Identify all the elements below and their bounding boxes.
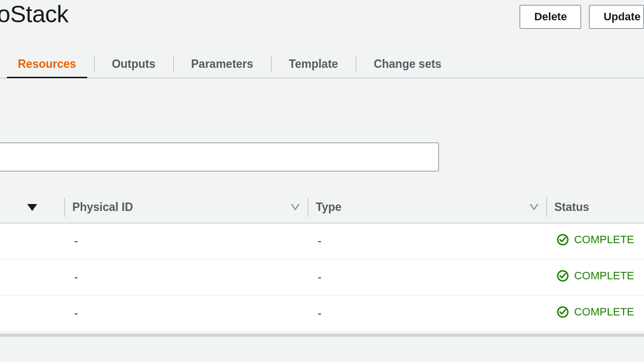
status-complete-icon <box>556 306 569 318</box>
status-complete-icon <box>556 233 569 246</box>
cell-type: - <box>308 223 546 259</box>
sort-icon <box>291 204 300 210</box>
table-header-row: Physical ID Type Status <box>0 192 644 223</box>
resources-table: Physical ID Type Status - - <box>0 191 644 332</box>
table-row: - - COMPLETE <box>0 223 644 259</box>
column-type-label: Type <box>316 201 341 214</box>
cell-physical-id: - <box>64 259 308 296</box>
sort-icon <box>530 204 538 210</box>
panel-gap <box>0 78 644 143</box>
cell-type: - <box>308 296 546 332</box>
header-actions: Delete Update <box>520 0 644 29</box>
cell-blank <box>0 223 64 259</box>
column-physical-id[interactable]: Physical ID <box>64 192 308 223</box>
tab-bar: Resources Outputs Parameters Template Ch… <box>0 51 644 78</box>
sort-desc-icon <box>27 201 37 214</box>
status-label: COMPLETE <box>574 269 634 282</box>
tab-resources[interactable]: Resources <box>0 51 94 78</box>
table-body: - - COMPLETE - - <box>0 223 644 332</box>
column-status[interactable]: Status <box>546 192 644 223</box>
tab-parameters[interactable]: Parameters <box>173 51 271 78</box>
cell-blank <box>0 296 64 332</box>
search-wrap <box>0 143 644 171</box>
tab-template[interactable]: Template <box>271 51 356 78</box>
table-row: - - COMPLETE <box>0 296 644 332</box>
column-sort[interactable] <box>0 192 64 223</box>
cell-type: - <box>308 259 546 296</box>
page-title: dioStack <box>0 0 68 29</box>
table-bottom-divider <box>0 334 644 337</box>
cell-blank <box>0 259 64 296</box>
table-row: - - COMPLETE <box>0 259 644 296</box>
column-type[interactable]: Type <box>308 192 546 223</box>
page-header: dioStack Delete Update <box>0 0 644 31</box>
cell-physical-id: - <box>64 296 308 332</box>
tab-outputs[interactable]: Outputs <box>94 51 173 78</box>
status-complete-icon <box>556 269 569 282</box>
update-button[interactable]: Update <box>589 5 644 29</box>
status-label: COMPLETE <box>574 306 634 318</box>
cell-status: COMPLETE <box>546 296 644 332</box>
status-label: COMPLETE <box>574 233 634 246</box>
column-physical-id-label: Physical ID <box>72 201 133 214</box>
cell-status: COMPLETE <box>546 223 644 259</box>
delete-button[interactable]: Delete <box>520 5 581 29</box>
search-input[interactable] <box>0 143 439 171</box>
cell-status: COMPLETE <box>546 259 644 296</box>
cell-physical-id: - <box>64 223 308 259</box>
tab-change-sets[interactable]: Change sets <box>356 51 459 78</box>
column-status-label: Status <box>554 201 589 214</box>
